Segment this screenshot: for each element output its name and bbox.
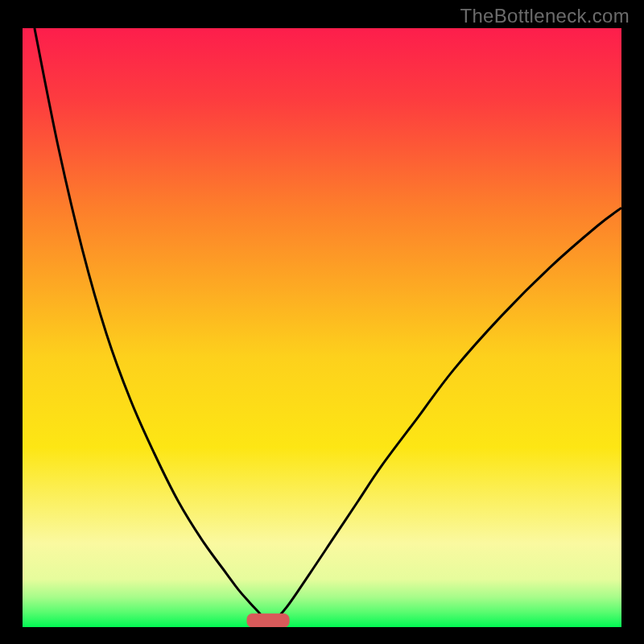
- plot-area: [23, 28, 621, 627]
- watermark-text: TheBottleneck.com: [460, 5, 630, 27]
- plot-svg: [23, 28, 621, 627]
- gradient-background: [23, 28, 621, 627]
- chart-frame: TheBottleneck.com: [0, 0, 644, 644]
- optimal-marker: [247, 614, 289, 627]
